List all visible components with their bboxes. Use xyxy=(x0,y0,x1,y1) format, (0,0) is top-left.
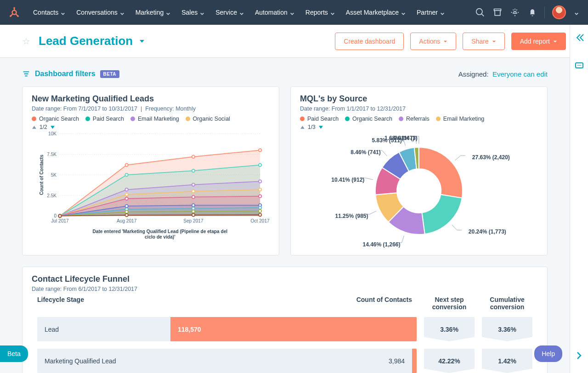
svg-text:Date entered 'Marketing Qualif: Date entered 'Marketing Qualified Lead (… xyxy=(92,229,227,234)
donut-slice-label: 14.46% (1,266) xyxy=(362,241,400,248)
donut-slice-label: 0.03% (3) xyxy=(394,135,418,141)
beta-button[interactable]: Beta xyxy=(0,345,28,362)
hubspot-logo-icon[interactable] xyxy=(6,5,22,20)
expand-panel-icon[interactable] xyxy=(575,351,584,362)
nav-item-sales[interactable]: Sales xyxy=(177,0,209,25)
svg-point-7 xyxy=(514,11,516,14)
funnel-col-stage: Lifecycle Stage xyxy=(37,296,184,311)
user-avatar[interactable] xyxy=(552,6,566,19)
collapse-panel-icon[interactable] xyxy=(575,33,584,44)
chevron-down-icon xyxy=(239,10,244,15)
svg-point-41 xyxy=(259,195,261,197)
add-report-button[interactable]: Add report xyxy=(511,33,566,50)
svg-text:5K: 5K xyxy=(51,173,57,178)
svg-point-57 xyxy=(259,213,261,216)
svg-point-4 xyxy=(13,7,15,9)
share-button[interactable]: Share xyxy=(463,33,504,50)
svg-point-53 xyxy=(259,210,261,212)
svg-point-33 xyxy=(259,180,261,183)
legend-item[interactable]: Referrals xyxy=(399,116,430,122)
legend-pager[interactable]: 1/2 xyxy=(32,124,270,130)
svg-point-6 xyxy=(17,15,19,17)
nav-item-asset marketplace[interactable]: Asset Marketplace xyxy=(341,0,410,25)
legend-item[interactable]: Paid Search xyxy=(85,116,124,122)
svg-text:ciclo de vida)': ciclo de vida)' xyxy=(145,234,175,239)
svg-text:Sep 2017: Sep 2017 xyxy=(183,218,204,223)
card-title: MQL's by Source xyxy=(300,94,538,104)
svg-point-39 xyxy=(125,197,128,200)
chevron-down-icon xyxy=(330,10,335,15)
nav-item-reports[interactable]: Reports xyxy=(301,0,339,25)
nav-item-service[interactable]: Service xyxy=(211,0,249,25)
chevron-down-icon xyxy=(290,10,294,15)
svg-text:2.5K: 2.5K xyxy=(47,193,57,198)
svg-point-0 xyxy=(12,11,17,15)
svg-point-11 xyxy=(580,65,581,66)
marketplace-icon[interactable] xyxy=(493,8,502,17)
svg-point-24 xyxy=(192,155,195,158)
chevron-down-icon xyxy=(401,10,406,15)
funnel-next-step: 42.22% xyxy=(424,349,475,373)
dashboard-title-text: Lead Generation xyxy=(39,34,133,48)
donut-chart-legend: Paid SearchOrganic SearchReferralsEmail … xyxy=(300,116,538,122)
nav-item-conversations[interactable]: Conversations xyxy=(72,0,129,25)
pager-next-icon xyxy=(50,125,55,130)
funnel-row: Lead 118,570 3.36% 3.36% xyxy=(32,317,538,341)
funnel-cumulative: 3.36% xyxy=(482,317,532,341)
donut-slice-label: 11.25% (985) xyxy=(335,213,368,219)
nav-item-automation[interactable]: Automation xyxy=(250,0,299,25)
create-dashboard-button[interactable]: Create dashboard xyxy=(335,33,404,50)
filter-icon xyxy=(22,70,30,78)
caret-down-icon xyxy=(553,38,557,45)
assigned-value-link[interactable]: Everyone can edit xyxy=(492,70,548,78)
svg-text:Oct 2017: Oct 2017 xyxy=(251,218,270,223)
nav-items: ContactsConversationsMarketingSalesServi… xyxy=(28,0,449,25)
legend-item[interactable]: Paid Search xyxy=(300,116,339,122)
dashboard-content: Dashboard filters BETA Assigned: Everyon… xyxy=(0,58,570,373)
dashboard-filters-toggle[interactable]: Dashboard filters BETA xyxy=(22,70,119,78)
caret-down-icon xyxy=(492,38,496,45)
card-title: Contact Lifecycle Funnel xyxy=(32,274,538,284)
svg-point-27 xyxy=(125,173,128,176)
pager-prev-icon xyxy=(32,125,37,130)
svg-text:Count of Contacts: Count of Contacts xyxy=(39,155,44,195)
chat-icon[interactable] xyxy=(575,61,584,72)
svg-point-52 xyxy=(192,210,195,213)
card-subtitle: Date range: From 7/1/2017 to 10/31/2017 … xyxy=(32,106,270,112)
card-title: New Marketing Qualified Leads xyxy=(32,94,270,104)
card-mql-by-source: MQL's by Source Date range: From 1/1/201… xyxy=(290,86,548,256)
dashboard-title-caret-icon xyxy=(138,34,146,48)
legend-item[interactable]: Organic Search xyxy=(345,116,392,122)
svg-text:7.5K: 7.5K xyxy=(47,152,57,157)
svg-point-10 xyxy=(579,65,580,66)
settings-gear-icon[interactable] xyxy=(510,8,520,17)
assigned-label: Assigned: Everyone can edit xyxy=(458,70,548,78)
svg-point-56 xyxy=(192,213,195,216)
help-button[interactable]: Help xyxy=(534,345,562,362)
funnel-rows: Lead 118,570 3.36% 3.36% Marketing Quali… xyxy=(32,317,538,373)
nav-item-marketing[interactable]: Marketing xyxy=(131,0,175,25)
actions-button[interactable]: Actions xyxy=(410,33,456,50)
svg-point-5 xyxy=(10,15,11,17)
legend-item[interactable]: Organic Social xyxy=(186,116,230,122)
page-header: ☆ Lead Generation Create dashboard Actio… xyxy=(0,25,588,58)
dashboard-title[interactable]: Lead Generation xyxy=(39,34,146,48)
search-icon[interactable] xyxy=(475,8,485,17)
svg-text:Aug 2017: Aug 2017 xyxy=(117,218,137,223)
account-menu-chevron-icon[interactable] xyxy=(574,10,579,15)
notifications-bell-icon[interactable] xyxy=(528,8,537,17)
nav-item-partner[interactable]: Partner xyxy=(412,0,449,25)
svg-point-28 xyxy=(192,169,195,172)
favorite-star-icon[interactable]: ☆ xyxy=(22,36,30,47)
svg-point-9 xyxy=(577,65,578,66)
legend-item[interactable]: Email Marketing xyxy=(436,116,485,122)
donut-slice-label: 10.41% (912) xyxy=(331,177,364,183)
nav-item-contacts[interactable]: Contacts xyxy=(28,0,70,25)
chevron-down-icon xyxy=(61,10,65,15)
legend-item[interactable]: Email Marketing xyxy=(130,116,179,122)
legend-item[interactable]: Organic Search xyxy=(32,116,79,122)
funnel-col-next: Next step conversion xyxy=(424,296,475,311)
funnel-stage-label: Lead xyxy=(37,326,170,333)
svg-point-32 xyxy=(192,183,195,186)
chevron-down-icon xyxy=(166,10,170,15)
